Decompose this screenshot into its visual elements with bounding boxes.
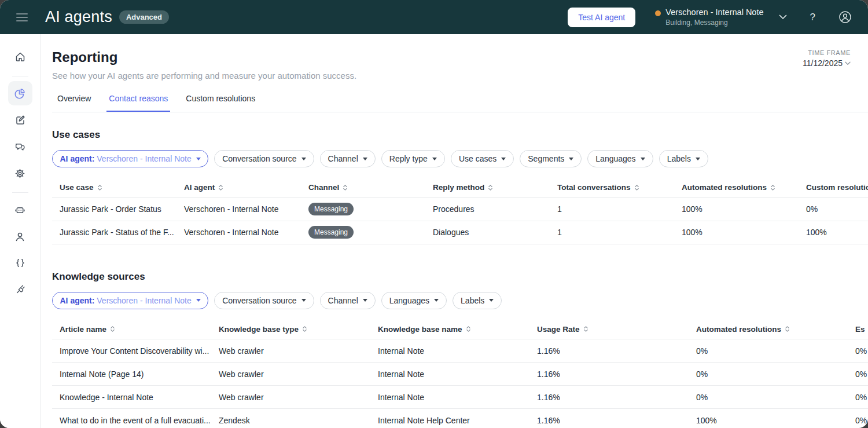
filter-languages[interactable]: Languages xyxy=(587,150,653,167)
cell-escalations: 0% xyxy=(848,339,868,363)
table-row: Jurassic Park - Order Status Verschoren … xyxy=(52,197,868,221)
col-knowledge-base-name[interactable]: Knowledge base name xyxy=(370,320,529,339)
report-tabs: Overview Contact reasons Custom resoluti… xyxy=(52,94,868,112)
knowledge-sources-filters: AI agent: Verschoren - Internal Note Con… xyxy=(52,292,868,309)
agent-status: Building, Messaging xyxy=(665,19,763,27)
col-usage-rate[interactable]: Usage Rate xyxy=(529,320,689,339)
braces-icon xyxy=(14,257,26,269)
cell-escalations: 0% xyxy=(848,363,868,386)
filter-labels[interactable]: Labels xyxy=(659,150,708,167)
col-ai-agent[interactable]: AI agent xyxy=(176,178,301,197)
timeframe-label: TIME FRAME xyxy=(803,49,851,56)
cell-article-name: What to do in the event of a full evacua… xyxy=(52,409,211,428)
sort-icon xyxy=(218,184,223,191)
sidebar-item-ai-agent[interactable] xyxy=(8,197,32,222)
caret-down-icon xyxy=(196,299,201,302)
cell-article-name: Internal Note (Page 14) xyxy=(52,363,211,386)
cell-automated-resolutions: 0% xyxy=(689,339,848,363)
col-reply-method[interactable]: Reply method xyxy=(425,178,550,197)
col-automated-resolutions[interactable]: Automated resolutions xyxy=(674,178,799,197)
filter-use-cases[interactable]: Use cases xyxy=(451,150,514,167)
page-title: Reporting xyxy=(52,49,851,65)
filter-ai-agent[interactable]: AI agent: Verschoren - Internal Note xyxy=(52,292,208,309)
app-title: AI agents xyxy=(45,8,112,26)
caret-down-icon xyxy=(501,158,506,160)
help-icon[interactable]: ? xyxy=(810,12,815,23)
cell-channel: Messaging xyxy=(301,221,425,244)
sidebar-item-conversations[interactable] xyxy=(8,134,32,159)
agent-status-dot-icon xyxy=(655,10,661,16)
sort-icon xyxy=(343,184,348,191)
sort-icon xyxy=(302,325,307,332)
sort-icon xyxy=(488,184,493,191)
cell-usage-rate: 1.16% xyxy=(529,386,689,409)
cell-ai-agent: Verschoren - Internal Note xyxy=(176,221,301,244)
timeframe-value: 11/12/2025 xyxy=(803,58,843,68)
filter-languages[interactable]: Languages xyxy=(381,292,447,309)
cell-custom-resolutions: 100% xyxy=(799,221,868,244)
col-use-case[interactable]: Use case xyxy=(52,178,176,197)
tab-custom-resolutions[interactable]: Custom resolutions xyxy=(183,94,258,112)
table-row: Internal Note (Page 14) Web crawler Inte… xyxy=(52,363,868,386)
table-header-row: Article name Knowledge base type Knowled… xyxy=(52,320,868,339)
filter-reply-type[interactable]: Reply type xyxy=(381,150,445,167)
filter-ai-agent[interactable]: AI agent: Verschoren - Internal Note xyxy=(52,150,208,167)
filter-channel[interactable]: Channel xyxy=(320,150,376,167)
profile-avatar-icon[interactable] xyxy=(838,10,852,24)
chevron-down-icon[interactable] xyxy=(779,14,787,20)
sidebar-item-users[interactable] xyxy=(8,224,32,248)
filter-channel[interactable]: Channel xyxy=(320,292,376,309)
sort-icon xyxy=(785,325,790,332)
tab-contact-reasons[interactable]: Contact reasons xyxy=(106,94,170,112)
hamburger-menu-icon[interactable] xyxy=(16,13,28,21)
col-article-name[interactable]: Article name xyxy=(52,320,211,339)
home-icon xyxy=(14,51,26,63)
filter-conversation-source[interactable]: Conversation source xyxy=(214,292,314,309)
caret-down-icon xyxy=(434,299,439,302)
cell-kb-name: Internal Note xyxy=(370,386,529,409)
filter-conversation-source[interactable]: Conversation source xyxy=(214,150,314,167)
cell-custom-resolutions: 0% xyxy=(799,197,868,221)
robot-icon xyxy=(14,204,26,216)
main-content: Reporting See how your AI agents are per… xyxy=(41,34,868,428)
top-bar: AI agents Advanced Test AI agent Verscho… xyxy=(0,0,868,34)
knowledge-sources-table: Article name Knowledge base type Knowled… xyxy=(52,320,868,428)
chat-icon xyxy=(14,141,26,153)
sidebar-item-reporting[interactable] xyxy=(8,81,32,105)
col-channel[interactable]: Channel xyxy=(301,178,425,197)
cell-automated-resolutions: 100% xyxy=(674,197,799,221)
col-custom-resolutions[interactable]: Custom resolutio xyxy=(799,178,868,197)
sort-icon xyxy=(770,184,775,191)
sidebar-item-home[interactable] xyxy=(8,45,32,69)
timeframe-selector[interactable]: TIME FRAME 11/12/2025 xyxy=(803,49,851,68)
sidebar-item-settings[interactable] xyxy=(8,161,32,185)
sort-icon xyxy=(97,184,102,191)
sort-icon xyxy=(634,184,639,191)
col-escalations[interactable]: Es xyxy=(848,320,868,339)
agent-selector[interactable]: Verschoren - Internal Note Building, Mes… xyxy=(655,8,763,27)
sidebar-item-integrations[interactable] xyxy=(8,277,32,302)
table-row: Improve Your Content Discoverability wi.… xyxy=(52,339,868,363)
col-automated-resolutions[interactable]: Automated resolutions xyxy=(689,320,848,339)
filter-segments[interactable]: Segments xyxy=(520,150,582,167)
gear-icon xyxy=(14,167,26,180)
sidebar-item-compose[interactable] xyxy=(8,108,32,132)
filter-labels[interactable]: Labels xyxy=(453,292,502,309)
cell-total-conversations: 1 xyxy=(550,197,674,221)
col-total-conversations[interactable]: Total conversations xyxy=(550,178,674,197)
caret-down-icon xyxy=(489,299,494,302)
table-row: Knowledge - Internal Note Web crawler In… xyxy=(52,386,868,409)
cell-escalations: 0% xyxy=(848,386,868,409)
sidebar-item-developer[interactable] xyxy=(8,251,32,275)
test-ai-agent-button[interactable]: Test AI agent xyxy=(568,8,635,27)
col-knowledge-base-type[interactable]: Knowledge base type xyxy=(211,320,370,339)
caret-down-icon xyxy=(301,158,306,160)
cell-article-name: Knowledge - Internal Note xyxy=(52,386,211,409)
caret-down-icon xyxy=(196,158,201,160)
tab-overview[interactable]: Overview xyxy=(55,94,93,112)
cell-reply-method: Dialogues xyxy=(425,221,550,244)
cell-article-name: Improve Your Content Discoverability wi.… xyxy=(52,339,211,363)
cell-use-case: Jurassic Park - Status of the F... xyxy=(52,221,176,244)
person-icon xyxy=(14,231,26,243)
cell-use-case: Jurassic Park - Order Status xyxy=(52,197,176,221)
